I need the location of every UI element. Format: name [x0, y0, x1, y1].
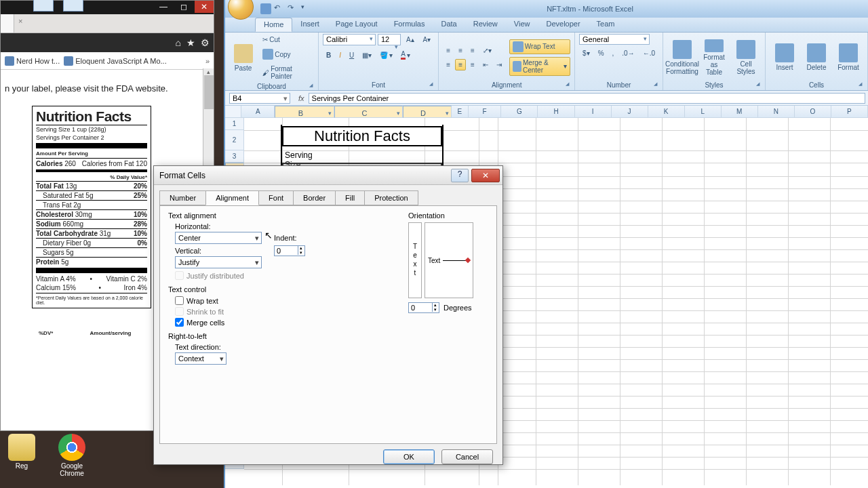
comma-button[interactable]: , — [609, 47, 618, 59]
maximize-button[interactable]: ◻ — [174, 1, 193, 13]
undo-icon[interactable]: ↶ — [274, 3, 285, 14]
settings-gear-icon[interactable]: ⚙ — [201, 37, 210, 48]
col-header-M[interactable]: M — [722, 106, 758, 118]
bookmark-item[interactable]: Eloquent JavaScript A Mo... — [64, 56, 167, 66]
degrees-spinner[interactable]: 0 — [408, 302, 439, 313]
col-header-G[interactable]: G — [501, 106, 538, 118]
qa-dropdown-icon[interactable]: ▾ — [301, 3, 312, 14]
ribbon-tab-developer[interactable]: Developer — [538, 18, 588, 32]
fx-icon[interactable]: fx — [298, 94, 304, 102]
merge-center-button[interactable]: Merge & Center▾ — [509, 57, 570, 76]
dialog-titlebar[interactable]: Format Cells ? ✕ — [154, 166, 502, 185]
decrease-decimal-button[interactable]: ←.0 — [639, 47, 658, 59]
col-header-P[interactable]: P — [831, 106, 868, 118]
col-header-L[interactable]: L — [685, 106, 722, 118]
bookmarks-overflow-icon[interactable]: » — [205, 57, 210, 65]
text-direction-combo[interactable]: Context — [175, 352, 226, 365]
col-header-A[interactable]: A — [241, 106, 275, 118]
italic-button[interactable]: I — [336, 48, 344, 62]
bookmark-star-icon[interactable]: ★ — [186, 37, 195, 48]
font-size-select[interactable]: 12 — [378, 34, 401, 45]
col-header-E[interactable]: E — [452, 106, 468, 118]
format-as-table-button[interactable]: Format as Table — [699, 37, 729, 78]
scroll-up-icon[interactable]: ▴ — [203, 68, 214, 75]
name-box[interactable]: B4 — [229, 93, 290, 104]
home-icon[interactable]: ⌂ — [176, 37, 181, 48]
font-name-select[interactable]: Calibri — [323, 34, 376, 45]
vertical-combo[interactable]: Justify — [175, 256, 262, 268]
ribbon-tab-review[interactable]: Review — [465, 18, 506, 32]
window-thumb[interactable] — [63, 0, 83, 12]
align-right-button[interactable]: ≡ — [467, 59, 478, 70]
window-thumb[interactable] — [33, 0, 54, 12]
bold-button[interactable]: B — [323, 48, 334, 62]
desktop-icon-reg[interactable]: Reg — [3, 434, 41, 485]
ribbon-tab-home[interactable]: Home — [255, 18, 292, 32]
ribbon-tab-insert[interactable]: Insert — [292, 18, 328, 32]
col-header-C[interactable]: C — [334, 106, 402, 118]
orientation-vertical[interactable]: T e x t — [408, 222, 422, 298]
dialog-close-button[interactable]: ✕ — [471, 169, 500, 182]
col-header-I[interactable]: I — [575, 106, 612, 118]
font-color-button[interactable]: A▾ — [397, 48, 414, 62]
ok-button[interactable]: OK — [383, 449, 435, 464]
conditional-formatting-button[interactable]: Conditional Formatting — [667, 37, 697, 78]
dialog-tab-protection[interactable]: Protection — [364, 190, 418, 205]
ribbon-tab-data[interactable]: Data — [433, 18, 465, 32]
dialog-help-button[interactable]: ? — [451, 169, 469, 182]
col-header-F[interactable]: F — [469, 106, 502, 118]
col-header-O[interactable]: O — [795, 106, 831, 118]
border-button[interactable]: ▦▾ — [359, 48, 375, 62]
dialog-tab-number[interactable]: Number — [159, 190, 206, 205]
fill-color-button[interactable]: 🪣▾ — [376, 48, 396, 62]
horizontal-combo[interactable]: Center — [175, 232, 262, 244]
office-button[interactable] — [228, 0, 254, 20]
align-left-button[interactable]: ≡ — [443, 59, 454, 70]
row-header-1[interactable]: 1 — [225, 118, 244, 130]
col-header-N[interactable]: N — [758, 106, 795, 118]
delete-cells-button[interactable]: Delete — [802, 37, 831, 78]
formula-bar[interactable]: Servings Per Container — [309, 93, 865, 104]
dialog-tab-fill[interactable]: Fill — [335, 190, 365, 205]
col-header-H[interactable]: H — [538, 106, 574, 118]
bookmark-item[interactable]: Nerd How t... — [5, 56, 60, 66]
cut-button[interactable]: ✂Cut — [259, 34, 314, 45]
number-format-select[interactable]: General — [579, 34, 650, 45]
redo-icon[interactable]: ↷ — [288, 3, 298, 14]
browser-tab[interactable] — [1, 14, 14, 33]
ribbon-tab-formulas[interactable]: Formulas — [386, 18, 433, 32]
cell-styles-button[interactable]: Cell Styles — [731, 37, 761, 78]
orientation-dial[interactable]: Text — [425, 222, 473, 298]
decrease-indent-button[interactable]: ⇤ — [479, 59, 492, 70]
select-all-corner[interactable] — [225, 106, 241, 118]
align-center-button[interactable]: ≡ — [455, 59, 466, 70]
insert-cells-button[interactable]: Insert — [770, 37, 800, 78]
indent-spinner[interactable]: 0 — [274, 245, 305, 256]
increase-decimal-button[interactable]: .0→ — [618, 47, 637, 59]
col-header-B[interactable]: B — [275, 106, 334, 118]
underline-button[interactable]: U — [346, 48, 357, 62]
ribbon-tab-view[interactable]: View — [506, 18, 538, 32]
row-header-2[interactable]: 2 — [225, 130, 244, 150]
cell-b2-d2[interactable]: Nutrition Facts — [282, 126, 442, 146]
ribbon-tab-team[interactable]: Team — [589, 18, 623, 32]
desktop-icon-chrome[interactable]: Google Chrome — [53, 434, 91, 485]
percent-button[interactable]: % — [595, 47, 608, 59]
cancel-button[interactable]: Cancel — [441, 449, 493, 464]
orientation-button[interactable]: ⤢▾ — [479, 45, 495, 56]
align-top-button[interactable]: ≡ — [443, 45, 454, 56]
dialog-tab-border[interactable]: Border — [293, 190, 336, 205]
align-bottom-button[interactable]: ≡ — [467, 45, 478, 56]
paste-button[interactable]: Paste — [229, 38, 257, 79]
shrink-font-button[interactable]: A▾ — [420, 34, 435, 45]
col-header-D[interactable]: D — [403, 106, 452, 118]
minimize-button[interactable]: — — [154, 1, 173, 13]
col-header-J[interactable]: J — [612, 106, 648, 118]
dialog-tab-font[interactable]: Font — [258, 190, 294, 205]
scrollbar-thumb[interactable] — [204, 75, 214, 109]
format-cells-button[interactable]: Format — [833, 37, 863, 78]
wrap-text-button[interactable]: Wrap Text — [509, 39, 570, 54]
dialog-tab-alignment[interactable]: Alignment — [205, 190, 259, 205]
col-header-K[interactable]: K — [648, 106, 685, 118]
ribbon-tab-page-layout[interactable]: Page Layout — [328, 18, 386, 32]
